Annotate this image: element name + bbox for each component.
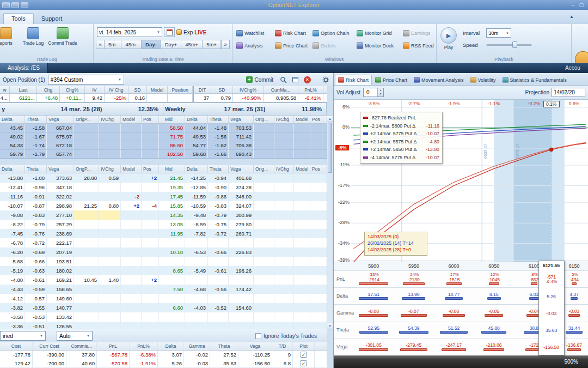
window-toggle-watchlist[interactable]: Watchlist [235,28,272,39]
col-header-pnl[interactable]: PnL% [130,342,158,350]
col-header-delta[interactable]: Delta [185,116,208,123]
jump-forward-icon[interactable]: » [221,40,230,49]
trade-group-row[interactable]: -177.78-390.0037.80-567.78-6.38%3.07-0.0… [0,351,327,359]
account-section-label[interactable]: Accou [565,63,588,73]
spinner-arrows-icon[interactable]: ▲▼ [377,88,383,96]
col-header-ivchg[interactable]: IVChg [274,165,294,173]
col-header-theta[interactable]: Theta [25,116,47,123]
tab-risk-chart[interactable]: Risk Chart [335,75,372,85]
col-header-gamma[interactable]: Gamma [184,342,210,350]
col-header-pos[interactable]: Pos [310,116,322,123]
window-toggle-risk-chart[interactable]: Risk Chart [273,28,309,39]
col-header-plot[interactable]: Plot [293,342,315,350]
col-header-vega[interactable]: Vega [47,116,74,123]
stats-col-pnl[interactable]: PnL% [298,86,323,93]
option-row[interactable]: 7.50-4.68-0.56174.42 [163,285,327,294]
trading-date-input[interactable]: vi. 14 feb. 2025 ▼ [97,27,162,37]
commit-button[interactable]: + Commit [243,76,276,83]
vol-adjust-spinner[interactable]: 0 ▲▼ [363,88,384,97]
option-row[interactable]: 71.7549.53-1.56711.42 [163,132,327,141]
col-header-delta[interactable]: Delta [158,342,184,350]
option-row[interactable]: 10.10-6.53-0.66226.83 [163,248,327,257]
col-header-delta[interactable]: Delta [0,165,25,173]
option-row[interactable]: 17.45-11.59-0.86348.00 [163,192,327,201]
option-row[interactable]: -9.08-0.83277.10 [0,210,163,220]
projection-date-input[interactable]: 14/02/20 [552,88,585,97]
reports-button[interactable]: eports [0,25,19,57]
option-row[interactable] [163,257,327,266]
jump-back-icon[interactable]: « [96,40,105,49]
search-icon[interactable] [279,75,288,84]
option-row[interactable]: 49.02-1.67675.97 [0,132,163,141]
col-header-delta[interactable]: Delta [185,165,208,173]
col-header-mid[interactable]: Mid [163,116,185,123]
stats-col-currma[interactable]: CurrMa... [264,86,298,93]
option-row[interactable]: 58.5044.04-1.48703.53 [163,124,327,132]
option-row[interactable]: -5.68-0.66193.51 [0,257,163,266]
stats-col-chg[interactable]: Chg% [60,86,85,93]
option-row[interactable]: 19.35-12.85-0.90374.28 [163,183,327,192]
option-row[interactable]: -4.12-0.57149.60 [0,294,163,303]
quick-access-icon[interactable] [2,2,10,8]
stats-col-iv-chg[interactable]: IV Chg [105,86,128,93]
col-header-origp[interactable]: OrigP... [74,116,99,123]
option-row[interactable]: 59.79-1.79657.74 [0,150,163,159]
option-row[interactable] [163,312,327,322]
stats-col-chg[interactable]: Chg [37,86,60,93]
step-5m[interactable]: 5m+ [202,40,221,49]
option-row[interactable]: -5.19-0.63180.02 [0,266,163,275]
zoom-bar[interactable]: 500% [334,355,588,368]
option-row[interactable]: 21.45-14.25-0.94401.68 [163,173,327,183]
window-toggle-option-chain[interactable]: Option Chain [311,28,353,39]
tab-analysis-es[interactable]: Analysis: /ES [0,63,48,73]
ignore-todays-trades-checkbox[interactable]: Ignore Today's Trades [255,333,317,339]
option-row[interactable] [163,294,327,303]
stats-col-last[interactable]: Last [10,86,37,93]
slider-thumb[interactable] [512,41,517,48]
window-toggle-monitor-dock[interactable]: Monitor Dock [355,40,400,51]
col-header-delta[interactable]: Delta [0,116,25,123]
option-row[interactable]: 102.5059.68-1.66690.43 [163,150,327,159]
option-row[interactable]: -12.41-0.96347.18 [0,183,163,192]
option-row[interactable]: 8.65-5.49-0.61198.26 [163,266,327,275]
interval-select[interactable]: 30m ▼ [486,28,511,38]
option-row[interactable]: -6.78-0.72222.17 [0,238,163,248]
option-row[interactable]: 54.33-1.74672.18 [0,141,163,150]
option-row[interactable]: -11.16-0.91322.02-2 [0,192,163,201]
option-row[interactable]: -3.36-0.51126.55 [0,322,163,329]
col-header-ivchg[interactable]: IVChg [99,116,121,123]
option-row[interactable]: 86.5054.77-1.62706.38 [163,141,327,150]
window-toggle-rss-feed[interactable]: RSS Feed [401,40,437,51]
col-header-mid[interactable]: Mid [163,165,185,173]
col-header-theta[interactable]: Theta [25,165,47,173]
col-header-vega[interactable]: Vega [229,116,254,123]
ribbon-tab-tools[interactable]: Tools [3,13,34,24]
col-header-orig[interactable]: Orig... [254,116,274,123]
col-header-model[interactable]: Model [294,165,310,173]
col-header-vega[interactable]: Vega [238,342,272,350]
scrollbar-thumb[interactable] [328,123,332,173]
col-header-vega[interactable]: Vega [229,165,254,173]
mode-select[interactable]: Auto ▼ [57,331,93,341]
stats-col-position[interactable]: Position [168,86,193,93]
option-row[interactable] [163,275,327,285]
grid-view-icon[interactable] [291,75,300,84]
col-header-pnl[interactable]: PnL [97,342,130,350]
window-toggle-monitor-grid[interactable]: Monitor Grid [355,28,400,39]
step-day[interactable]: Day+ [161,40,181,49]
tab-statistics-fundamentals[interactable]: Statistics & Fundamentals [499,75,570,85]
step-45m[interactable]: 45m+ [181,40,203,49]
stats-col-sd[interactable]: SD [211,86,233,93]
expiry-header-14mar[interactable]: y 14 mar. 25 (28) 12.35% [0,102,163,116]
maximize-button[interactable]: ▢ [579,2,584,8]
col-header-pos[interactable]: Pos [310,165,322,173]
play-button[interactable]: ▶ [440,27,457,44]
close-position-icon[interactable]: × [303,75,312,84]
quick-access-icon[interactable] [11,2,19,8]
option-row[interactable]: -8.22-0.79257.29 [0,220,163,229]
col-header-vega[interactable]: Vega [47,165,74,173]
option-row[interactable]: -3.82-0.55140.77 [0,303,163,312]
position-filter-select[interactable]: ined ▼ [0,331,46,341]
option-row[interactable]: 14.35-9.48-0.79300.99 [163,210,327,220]
option-row[interactable]: -4.43-0.59158.65 [0,285,163,294]
